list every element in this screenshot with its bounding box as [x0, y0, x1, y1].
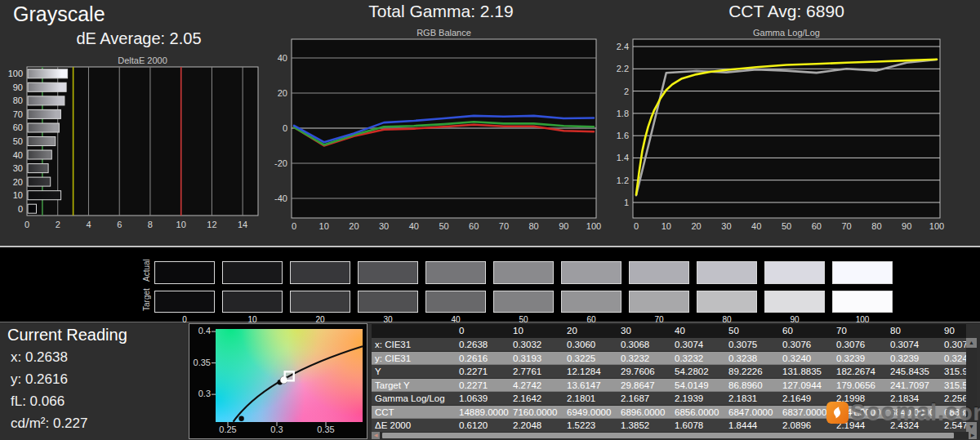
table-cell: 0.3238	[724, 352, 778, 365]
table-cell: 2.1642	[509, 392, 563, 405]
table-cell: 2.0896	[778, 419, 832, 432]
table-cell: 0.3239	[832, 352, 886, 365]
svg-text:50: 50	[13, 136, 23, 146]
table-cell: 2.4324	[886, 419, 940, 432]
scroll-right-icon[interactable]: ▶	[969, 432, 977, 439]
table-cell: 0.2616	[455, 352, 509, 365]
table-cell: 6838.	[940, 406, 966, 419]
table-row-label: CCT	[372, 406, 455, 419]
target-swatch-20	[290, 291, 350, 313]
table-cell: 6856.0000	[670, 406, 724, 419]
table-row-label: Gamma Log/Log	[372, 392, 455, 405]
target-swatch-0	[154, 291, 215, 313]
table-row: Y0.22712.776112.128429.760654.280289.222…	[372, 365, 966, 379]
svg-text:20: 20	[278, 88, 287, 98]
table-cell: 131.8835	[778, 365, 832, 378]
table-cell: 2.1834	[886, 392, 940, 405]
svg-text:0: 0	[18, 204, 23, 214]
table-cell: 29.7606	[617, 365, 670, 378]
svg-text:90: 90	[902, 221, 911, 231]
table-cell: 0.307	[940, 338, 966, 351]
table-cell: 0.3225	[563, 352, 617, 365]
svg-text:0: 0	[283, 123, 287, 133]
current-reading-title: Current Reading	[7, 326, 127, 344]
actual-swatch-20	[290, 261, 350, 284]
actual-swatch-10	[222, 261, 283, 284]
svg-text:70: 70	[841, 221, 851, 231]
table-header-cell: 60	[778, 324, 832, 338]
table-cell: 13.6147	[563, 379, 617, 392]
table-header-cell: 40	[670, 324, 724, 338]
actual-row-label: Actual	[142, 259, 151, 282]
table-cell: 6847.0000	[724, 406, 778, 419]
table-cell: 2.547	[940, 419, 966, 432]
scroll-up-icon[interactable]: ▲	[966, 338, 977, 348]
scroll-down-icon[interactable]: ▼	[966, 422, 977, 432]
target-swatch-10	[222, 291, 283, 313]
table-cell: 241.7097	[886, 379, 940, 392]
table-cell: 2.7761	[509, 365, 563, 378]
table-cell: 2.1939	[670, 392, 724, 405]
svg-text:2.2: 2.2	[617, 64, 629, 73]
cie-x-tick-label: 0.25	[215, 424, 241, 434]
scroll-left-icon[interactable]: ◀	[372, 432, 380, 439]
svg-text:10: 10	[176, 220, 186, 229]
svg-text:0: 0	[292, 221, 296, 231]
table-header-cell: 0	[455, 324, 509, 338]
svg-text:100: 100	[8, 69, 23, 78]
table-cell: 0.6120	[455, 419, 509, 432]
target-swatch-50	[493, 291, 554, 313]
table-cell: 127.0944	[778, 379, 832, 392]
table-cell: 2.1831	[724, 392, 778, 405]
svg-text:-40: -40	[274, 193, 287, 203]
table-cell: 1.0639	[455, 392, 509, 405]
svg-text:40: 40	[13, 150, 23, 160]
table-cell: 2.2048	[509, 419, 563, 432]
table-row-label: y: CIE31	[372, 352, 455, 365]
actual-swatch-30	[358, 261, 418, 284]
app-window: Grayscale dE Average: 2.05 Total Gamma: …	[0, 0, 980, 440]
table-cell: 0.3074	[670, 338, 724, 351]
table-cell: 0.2271	[455, 379, 509, 392]
svg-text:2: 2	[56, 220, 60, 229]
cie-y-tick-label: 0.4	[189, 326, 211, 336]
table-row: CCT14889.00007160.00006949.00006896.0000…	[372, 406, 966, 420]
table-cell: 179.0656	[832, 379, 886, 392]
table-row: Target Y0.22714.274213.614729.864754.014…	[372, 379, 966, 393]
target-swatch-100	[832, 291, 893, 313]
svg-text:40: 40	[278, 53, 287, 63]
table-cell: 0.3240	[778, 352, 832, 365]
table-cell: 2.256	[940, 392, 966, 405]
table-cell: 89.2226	[724, 365, 778, 378]
svg-text:40: 40	[751, 221, 761, 231]
cie-y-tick-label: 0.3	[189, 389, 211, 398]
reading-y: y: 0.2616	[11, 371, 68, 388]
svg-text:60: 60	[13, 122, 23, 132]
table-vertical-scrollbar[interactable]: ▲ ▼	[966, 338, 977, 432]
table-header-cell: 90	[940, 324, 966, 338]
target-swatch-80	[697, 291, 757, 313]
reading-cdm2: cd/m²: 0.227	[11, 416, 88, 432]
table-cell: 2.1998	[832, 392, 886, 405]
table-cell: 0.3193	[509, 352, 563, 365]
scrollbar-thumb[interactable]	[382, 433, 954, 438]
cie-y-tick-label: 0.35	[189, 358, 211, 367]
table-cell: 6841.0000	[832, 406, 886, 419]
svg-text:20: 20	[691, 221, 701, 231]
svg-text:40: 40	[409, 221, 419, 231]
table-cell: 0.3076	[832, 338, 886, 351]
table-cell: 0.2271	[455, 365, 509, 378]
svg-text:60: 60	[469, 221, 479, 231]
actual-swatch-50	[493, 261, 554, 284]
table-horizontal-scrollbar[interactable]: ◀ ▶	[372, 432, 977, 439]
target-swatch-90	[764, 291, 825, 313]
table-cell: 0.3239	[886, 352, 940, 365]
table-cell: 6837.0000	[778, 406, 832, 419]
cie-chart-canvas	[189, 324, 367, 438]
actual-swatch-0	[154, 261, 215, 284]
table-row-label: Y	[372, 365, 455, 378]
target-swatch-30	[358, 291, 418, 313]
actual-swatch-40	[425, 261, 486, 284]
svg-text:30: 30	[13, 163, 23, 173]
actual-swatch-90	[764, 261, 825, 284]
